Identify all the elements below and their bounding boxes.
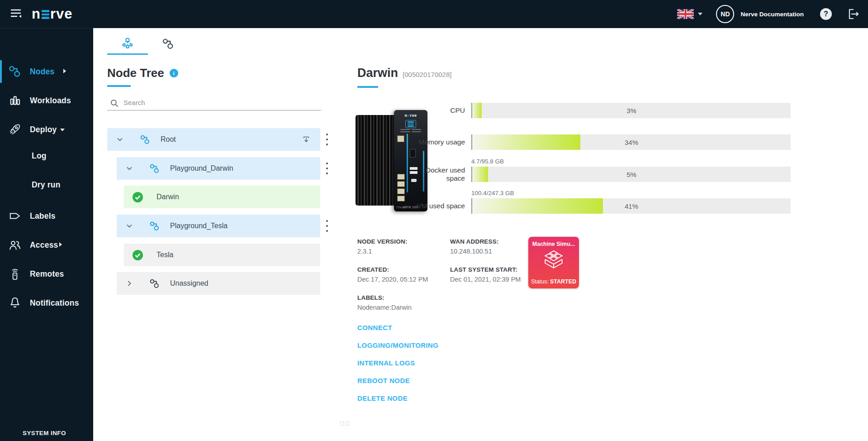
device-ethernet-port (397, 135, 404, 142)
chevron-down-icon[interactable] (126, 222, 134, 230)
gauge-memory: Memory usage 34% (411, 134, 791, 150)
node-actions: CONNECT LOGGING/MONITORING INTERNAL LOGS… (357, 324, 438, 412)
sidebar: Nodes Workloads (0, 28, 93, 441)
sidebar-item-label: Log (32, 151, 47, 161)
field-value: Dec 17, 2020, 05:12 PM (357, 276, 448, 283)
sidebar-item-log[interactable]: Log (0, 144, 93, 167)
device-front-panel: n≡rve TTTech MFN 100 (394, 110, 427, 211)
row-menu-kebab-icon[interactable] (324, 134, 330, 145)
device-logo-badge (405, 120, 416, 128)
field-last-system-start: LAST SYSTEM START: Dec 01, 2021, 02:39 P… (450, 266, 541, 283)
tree-row-label: Playground_Darwin (170, 164, 233, 173)
sidebar-item-notifications[interactable]: Notifications (0, 292, 93, 314)
sidebar-item-label: Dry run (32, 180, 61, 190)
tab-node-tree[interactable] (107, 33, 148, 55)
tree-row-unassigned[interactable]: Unassigned (117, 272, 320, 295)
tree-row-tesla[interactable]: Tesla (124, 244, 320, 266)
caret-down-icon (60, 125, 65, 134)
reboot-node-link[interactable]: REBOOT NODE (357, 377, 438, 384)
logout-icon (846, 7, 860, 21)
sidebar-item-remotes[interactable]: Remotes (0, 263, 93, 285)
chevron-down-icon[interactable] (116, 136, 124, 143)
field-labels: LABELS: Nodename:Darwin (357, 294, 448, 311)
logo-text-suffix: rve (50, 6, 73, 22)
sidebar-item-access[interactable]: Access (0, 234, 93, 256)
gauge-track: 34% (471, 134, 791, 150)
device-power-connector (410, 149, 416, 158)
field-value: Dec 01, 2021, 02:39 PM (450, 276, 541, 283)
uk-flag-icon (677, 9, 694, 19)
active-indicator (0, 60, 2, 83)
tab-node-list[interactable] (148, 33, 189, 55)
internal-logs-link[interactable]: INTERNAL LOGS (357, 359, 438, 367)
chevron-right-icon[interactable] (126, 280, 134, 287)
row-menu-kebab-icon[interactable] (324, 163, 330, 174)
help-icon[interactable]: ? (820, 8, 832, 20)
tree-row-label: Root (161, 135, 176, 144)
field-label: LAST SYSTEM START: (450, 266, 541, 273)
language-selector[interactable] (677, 9, 702, 19)
info-icon[interactable]: i (170, 69, 178, 77)
user-avatar[interactable]: ND (716, 5, 734, 23)
remote-control-icon (8, 267, 22, 281)
sidebar-item-labels[interactable]: Labels (0, 205, 93, 227)
nodes-icon (8, 65, 22, 78)
device-leds (400, 129, 421, 132)
deploy-rocket-icon (8, 123, 22, 136)
sidebar-item-label: Notifications (30, 298, 79, 308)
field-label: NODE VERSION: (357, 238, 448, 245)
node-serial: [005020170028] (403, 71, 451, 78)
unpin-icon[interactable] (302, 135, 310, 145)
device-heatsink (356, 115, 398, 206)
tree-row-label: Tesla (157, 251, 173, 259)
chevron-right-icon (59, 241, 62, 249)
sidebar-item-label: Remotes (30, 269, 64, 279)
status-value: STARTED (550, 278, 576, 285)
gauge-track: 41% (471, 198, 791, 214)
field-node-version: NODE VERSION: 2.3.1 (357, 238, 448, 255)
node-group-icon (149, 163, 160, 174)
node-tree-icon (121, 37, 134, 51)
sidebar-item-dry-run[interactable]: Dry run (0, 173, 93, 196)
field-label: LABELS: (357, 294, 448, 301)
system-info-button[interactable]: SYSTEM INFO (23, 430, 66, 436)
workload-card[interactable]: Machine Simu... Status:STARTED (528, 237, 579, 288)
nodes-icon (162, 38, 175, 50)
tree-row-playground-darwin[interactable]: Playground_Darwin (117, 157, 320, 180)
search-box (107, 95, 321, 110)
tree-row-label: Unassigned (170, 279, 209, 288)
chevron-down-icon[interactable] (126, 165, 134, 172)
access-users-icon (8, 239, 22, 251)
connect-link[interactable]: CONNECT (357, 324, 438, 331)
tree-row-darwin[interactable]: Darwin (124, 186, 320, 208)
panel-resize-handle[interactable] (340, 422, 349, 426)
user-name: Nerve Documentation (740, 11, 804, 18)
gauge-label: CPU (411, 106, 465, 115)
chevron-down-icon (698, 13, 702, 15)
bell-icon (8, 296, 22, 310)
node-group-icon (149, 278, 160, 289)
chevron-right-icon (63, 67, 66, 76)
logo-bars-icon (42, 10, 49, 19)
tree-row-playground-tesla[interactable]: Playground_Tesla (117, 215, 320, 237)
delete-node-link[interactable]: DELETE NODE (357, 394, 438, 402)
gauge-docker: Docker used space 5% 4.7/95.8 GB (411, 167, 791, 182)
logging-monitoring-link[interactable]: LOGGING/MONITORING (357, 341, 438, 349)
workload-card-title: Machine Simu... (528, 237, 579, 247)
search-input[interactable] (107, 95, 321, 110)
tree-row-label: Darwin (157, 193, 179, 201)
sidebar-item-deploy[interactable]: Deploy (0, 118, 93, 141)
tree-row-label: Playground_Tesla (170, 222, 228, 230)
logout-button[interactable] (846, 7, 860, 21)
sidebar-item-nodes[interactable]: Nodes (0, 60, 93, 83)
menu-collapse-icon[interactable] (9, 7, 23, 21)
field-value: 2.3.1 (357, 248, 448, 255)
field-value: Nodename:Darwin (357, 304, 448, 311)
gauge-percent: 34% (472, 134, 791, 150)
view-tabs (107, 33, 189, 55)
sidebar-item-label: Workloads (30, 96, 71, 105)
sidebar-item-workloads[interactable]: Workloads (0, 89, 93, 112)
tree-row-root[interactable]: Root (107, 128, 320, 151)
gauge-percent: 5% (472, 167, 791, 182)
row-menu-kebab-icon[interactable] (324, 220, 330, 232)
